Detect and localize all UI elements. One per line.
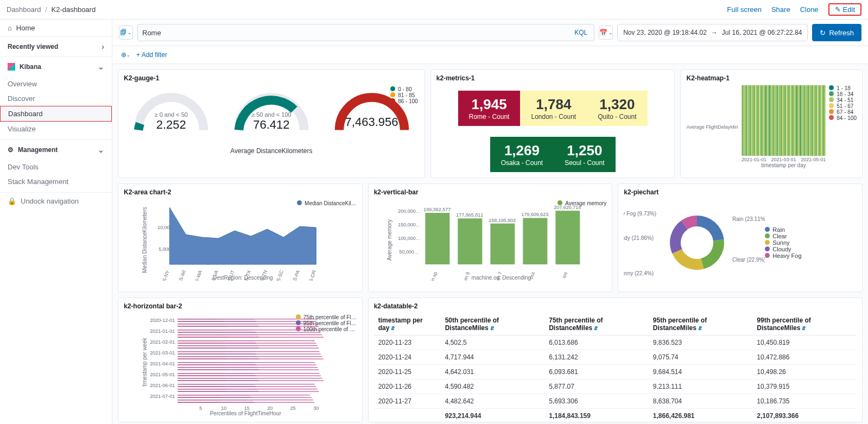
vbar-svg: Average memory 200,000… 150,000… 100,000… xyxy=(374,199,607,281)
legend-item: Sunny xyxy=(765,239,801,246)
column-header[interactable]: 99th percentile of DistanceMiles⇵ xyxy=(752,313,857,336)
svg-text:machine.os: Descending: machine.os: Descending xyxy=(471,275,531,281)
legend-item: 1 - 18 xyxy=(829,85,857,91)
sidebar-kibana[interactable]: Kibana ⌄ xyxy=(0,57,112,77)
sidebar-recently-viewed[interactable]: Recently viewed › xyxy=(0,36,112,57)
refresh-button[interactable]: ↻ Refresh xyxy=(812,24,861,41)
svg-rect-127 xyxy=(178,389,318,389)
svg-rect-65 xyxy=(178,337,324,338)
svg-text:5: 5 xyxy=(199,406,202,411)
area-ylabel: Median DistanceKilometers xyxy=(142,207,148,273)
calendar-button[interactable]: 📅⌄ xyxy=(599,26,613,40)
table-row: 2020-11-244,717.9446,131.2429,075.7410,4… xyxy=(374,350,857,365)
filter-settings-icon[interactable]: ⊕⌄ xyxy=(120,49,131,60)
svg-text:timestamp per week: timestamp per week xyxy=(142,337,148,386)
legend-item: 67 - 84 xyxy=(829,109,857,115)
sidebar-item-overview[interactable]: Overview xyxy=(0,77,112,91)
metric-seoul: 1,250Seoul - Count xyxy=(554,137,615,172)
refresh-icon: ↻ xyxy=(820,29,826,37)
breadcrumb-root[interactable]: Dashboard xyxy=(7,5,41,14)
svg-rect-88 xyxy=(178,356,322,357)
svg-text:50,000…: 50,000… xyxy=(399,249,419,255)
svg-text:Clear (22.9%): Clear (22.9%) xyxy=(732,257,765,263)
column-header[interactable]: 50th percentile of DistanceMiles⇵ xyxy=(441,313,545,336)
svg-text:US-NY: US-NY xyxy=(160,269,170,281)
sidebar-undock-label: Undock navigation xyxy=(21,197,79,205)
panel-grid: K2-gauge-1 0 - 80 81 - 85 86 - 100 ≥ 0 a… xyxy=(112,64,868,424)
svg-rect-98 xyxy=(178,365,316,365)
panel-horizontal-bar: k2-horizontal bar-2 75th percentile of F… xyxy=(118,298,363,422)
svg-rect-95 xyxy=(178,362,314,363)
legend-item: 100th percentile of … xyxy=(296,326,357,332)
datatable: timestamp per day⇵50th percentile of Dis… xyxy=(374,313,857,423)
date-to: Jul 16, 2021 @ 06:27:22.84 xyxy=(722,29,802,36)
table-row: 2020-11-234,502.56,013.6869,836.52310,45… xyxy=(374,336,857,350)
heatmap-xtick: 2021-01-01 xyxy=(742,157,766,162)
svg-text:158,195,802: 158,195,802 xyxy=(489,218,516,223)
svg-rect-130 xyxy=(178,391,319,392)
legend-item: Median DistanceKil… xyxy=(297,200,357,206)
svg-text:win xp: win xp xyxy=(428,271,438,281)
legend-item: 84 - 100 xyxy=(829,115,857,121)
svg-rect-72 xyxy=(178,343,316,344)
kibana-logo-icon xyxy=(8,63,15,71)
panel-title: k2-metrics-1 xyxy=(436,74,669,82)
sidebar-undock[interactable]: 🔒 Undock navigation xyxy=(0,192,112,210)
svg-text:2021-01-01: 2021-01-01 xyxy=(150,328,175,334)
sidebar-item-devtools[interactable]: Dev Tools xyxy=(0,160,112,174)
svg-text:Percentiles of FlightTimeHour: Percentiles of FlightTimeHour xyxy=(210,410,282,416)
full-screen-link[interactable]: Full screen xyxy=(727,5,762,14)
arrow-right-icon: → xyxy=(711,29,718,36)
gauge-footer: Average DistanceKilometers xyxy=(124,147,419,155)
add-filter-link[interactable]: + Add filter xyxy=(136,51,167,59)
svg-rect-21 xyxy=(458,218,482,264)
edit-button[interactable]: ✎ Edit xyxy=(828,3,861,16)
svg-text:5,000: 5,000 xyxy=(159,246,171,252)
svg-text:DestRegion: Descending: DestRegion: Descending xyxy=(213,275,273,281)
legend-item: 75th percentile of Fl… xyxy=(296,314,357,320)
column-header[interactable]: 75th percentile of DistanceMiles⇵ xyxy=(544,313,649,336)
sidebar-item-dashboard[interactable]: Dashboard xyxy=(0,106,112,122)
sidebar: ⌂ Home Recently viewed › Kibana ⌄ Overvi… xyxy=(0,20,112,424)
column-header[interactable]: timestamp per day⇵ xyxy=(374,313,441,336)
gear-icon: ⚙ xyxy=(8,146,14,154)
kql-toggle[interactable]: KQL xyxy=(572,29,590,36)
breadcrumb: Dashboard / K2-dashboard xyxy=(7,5,96,14)
table-row: 2020-11-264,590.4825,877.079,213.11110,3… xyxy=(374,379,857,394)
legend-item: 34 - 51 xyxy=(829,97,857,103)
svg-text:Heavy Fog (9.73%): Heavy Fog (9.73%) xyxy=(624,211,656,217)
share-link[interactable]: Share xyxy=(771,5,790,14)
legend-item: Cloudy xyxy=(765,246,801,252)
search-input[interactable] xyxy=(142,29,569,37)
panel-heatmap-1: K2-heatmap-1 Average FlightDelayMin 2021… xyxy=(680,69,863,178)
panel-metrics-1: k2-metrics-1 1,945Rome - Count 1,784Lond… xyxy=(430,69,675,178)
column-header[interactable]: 95th percentile of DistanceMiles⇵ xyxy=(649,313,753,336)
svg-text:Sunny (22.4%): Sunny (22.4%) xyxy=(624,270,654,276)
svg-text:100,000…: 100,000… xyxy=(398,236,421,241)
sidebar-item-visualize[interactable]: Visualize xyxy=(0,122,112,136)
sidebar-item-stackmgmt[interactable]: Stack Management xyxy=(0,174,112,189)
svg-text:2021-02-01: 2021-02-01 xyxy=(150,339,175,345)
heatmap-body xyxy=(742,85,825,156)
sidebar-kibana-label: Kibana xyxy=(20,63,41,71)
panel-title: k2-horizontal bar-2 xyxy=(124,302,357,310)
svg-rect-108 xyxy=(178,373,319,374)
saved-query-button[interactable]: 🗐⌄ xyxy=(119,26,133,40)
panel-title: k2-datatable-2 xyxy=(374,302,857,310)
svg-rect-24 xyxy=(490,224,515,264)
filter-row: ⊕⌄ + Add filter xyxy=(112,46,868,64)
metric-osaka: 1,269Osaka - Count xyxy=(490,137,554,172)
panel-title: k2-vertical-bar xyxy=(374,188,607,196)
sidebar-item-discover[interactable]: Discover xyxy=(0,91,112,106)
date-range-picker[interactable]: Nov 23, 2020 @ 19:18:44.02 → Jul 16, 202… xyxy=(617,24,808,41)
svg-text:Cloudy (21.86%): Cloudy (21.86%) xyxy=(624,235,654,241)
sidebar-home[interactable]: ⌂ Home xyxy=(0,20,112,36)
svg-text:Average memory: Average memory xyxy=(387,219,392,261)
svg-rect-104 xyxy=(178,370,319,370)
date-from: Nov 23, 2020 @ 19:18:44.02 xyxy=(623,29,707,36)
sidebar-management[interactable]: ⚙ Management ⌄ xyxy=(0,140,112,160)
clone-link[interactable]: Clone xyxy=(800,5,819,14)
gauge-2: ≥ 50 and < 100 76.412 xyxy=(231,85,312,145)
svg-rect-140 xyxy=(178,400,313,400)
top-bar: Dashboard / K2-dashboard Full screen Sha… xyxy=(0,0,868,20)
